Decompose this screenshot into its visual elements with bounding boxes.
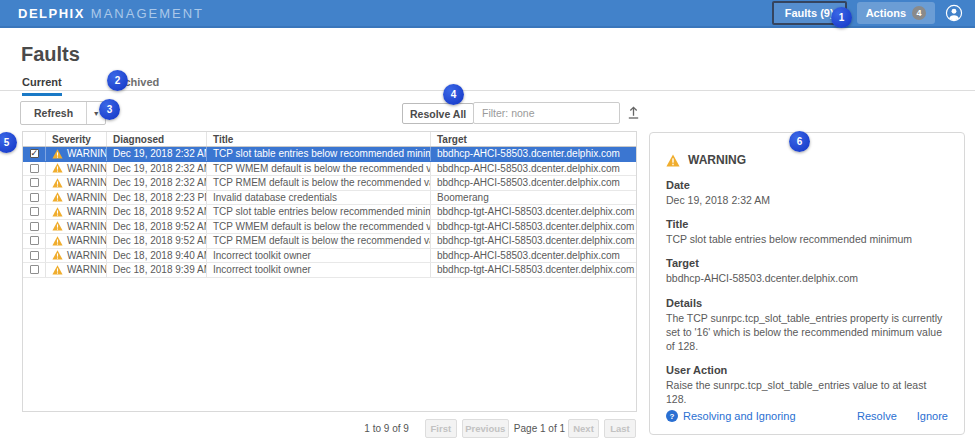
target-cell: bbdhcp-AHCI-58503.dcenter.delphix.com [431, 147, 636, 161]
row-checkbox[interactable] [30, 149, 39, 158]
tab-current[interactable]: Current [22, 76, 62, 96]
diagnosed-cell: Dec 18, 2018 9:52 AM [107, 234, 207, 248]
severity-text: WARNING [67, 163, 107, 174]
table-row[interactable]: WARNING Dec 18, 2018 9:39 AM Incorrect t… [23, 263, 636, 278]
row-checkbox[interactable] [30, 164, 39, 173]
target-cell: bbdhcp-AHCI-58503.dcenter.delphix.com [431, 249, 636, 263]
row-checkbox[interactable] [30, 207, 39, 216]
row-checkbox[interactable] [30, 178, 39, 187]
warning-icon [52, 192, 63, 202]
row-checkbox-cell [23, 205, 46, 219]
logo-secondary: MANAGEMENT [91, 6, 204, 21]
row-checkbox[interactable] [30, 193, 39, 202]
header-checkbox-cell [23, 132, 46, 146]
title-cell: Incorrect toolkit owner [207, 249, 431, 263]
diagnosed-cell: Dec 19, 2018 2:32 AM [107, 162, 207, 176]
first-page-button[interactable]: First [425, 419, 457, 438]
severity-text: WARNING [67, 250, 107, 261]
table-row[interactable]: WARNING Dec 18, 2018 9:52 AM TCP WMEM de… [23, 220, 636, 235]
refresh-button[interactable]: Refresh ▼ [20, 101, 106, 125]
severity-cell: WARNING [46, 147, 107, 161]
actions-button[interactable]: Actions 4 [857, 2, 935, 24]
target-cell: Boomerang [431, 191, 636, 205]
footer-actions: Resolve Ignore [857, 410, 948, 422]
header-severity[interactable]: Severity [46, 132, 107, 146]
delphix-faults-screen: DELPHIX MANAGEMENT Faults (9) Actions 4 … [0, 0, 975, 441]
detail-title-section: Title TCP slot table entries below recom… [666, 218, 948, 246]
row-checkbox-cell [23, 191, 46, 205]
row-checkbox-cell [23, 147, 46, 161]
target-label: Target [666, 257, 948, 269]
resolve-link[interactable]: Resolve [857, 410, 897, 422]
title-cell: TCP WMEM default is below the recommende… [207, 162, 431, 176]
severity-cell: WARNING [46, 191, 107, 205]
warning-icon [52, 149, 63, 159]
actions-label: Actions [866, 7, 906, 19]
warning-icon [52, 236, 63, 246]
header-diagnosed[interactable]: Diagnosed [107, 132, 207, 146]
table-row[interactable]: WARNING Dec 19, 2018 2:32 AM TCP slot ta… [23, 147, 636, 162]
details-label: Details [666, 297, 948, 309]
row-checkbox-cell [23, 220, 46, 234]
warning-icon [52, 178, 63, 188]
row-checkbox[interactable] [30, 251, 39, 260]
help-icon: ? [666, 410, 678, 422]
row-checkbox[interactable] [30, 222, 39, 231]
table-row[interactable]: WARNING Dec 19, 2018 2:32 AM TCP RMEM de… [23, 176, 636, 191]
table-header-row: Severity Diagnosed Title Target [23, 132, 636, 147]
warning-icon [52, 221, 63, 231]
detail-details-section: Details The TCP sunrpc.tcp_slot_table_en… [666, 297, 948, 354]
next-page-button[interactable]: Next [568, 419, 599, 438]
severity-text: WARNING [67, 235, 107, 246]
user-profile-icon[interactable] [945, 4, 963, 22]
table-row[interactable]: WARNING Dec 18, 2018 9:52 AM TCP RMEM de… [23, 234, 636, 249]
export-icon[interactable] [626, 104, 641, 120]
date-label: Date [666, 179, 948, 191]
page-indicator: Page 1 of 1 [514, 423, 565, 434]
warning-icon [52, 265, 63, 275]
severity-cell: WARNING [46, 220, 107, 234]
diagnosed-cell: Dec 19, 2018 2:32 AM [107, 147, 207, 161]
target-cell: bbdhcp-AHCI-58503.dcenter.delphix.com [431, 176, 636, 190]
resolve-all-button[interactable]: Resolve All [402, 103, 474, 124]
target-cell: bbdhcp-tgt-AHCI-58503.dcenter.delphix.co… [431, 234, 636, 248]
topbar-right: Faults (9) Actions 4 [772, 1, 963, 25]
diagnosed-cell: Dec 18, 2018 2:23 PM [107, 191, 207, 205]
row-checkbox[interactable] [30, 265, 39, 274]
actions-count-badge: 4 [912, 6, 926, 20]
ignore-link[interactable]: Ignore [917, 410, 948, 422]
title-cell: TCP WMEM default is below the recommende… [207, 220, 431, 234]
title-cell: Invalid database credentials [207, 191, 431, 205]
severity-cell: WARNING [46, 234, 107, 248]
severity-text: WARNING [67, 206, 107, 217]
table-row[interactable]: WARNING Dec 18, 2018 2:23 PM Invalid dat… [23, 191, 636, 206]
warning-icon [52, 207, 63, 217]
resolving-and-ignoring-link[interactable]: ? Resolving and Ignoring [666, 410, 796, 422]
severity-cell: WARNING [46, 176, 107, 190]
target-cell: bbdhcp-tgt-AHCI-58503.dcenter.delphix.co… [431, 205, 636, 219]
date-value: Dec 19, 2018 2:32 AM [666, 193, 948, 207]
callout-5: 5 [0, 132, 17, 153]
detail-footer: ? Resolving and Ignoring Resolve Ignore [666, 410, 948, 422]
table-row[interactable]: WARNING Dec 18, 2018 9:40 AM Incorrect t… [23, 249, 636, 264]
target-value: bbdhcp-AHCI-58503.dcenter.delphix.com [666, 271, 948, 285]
detail-header: WARNING [666, 153, 948, 167]
user-action-label: User Action [666, 364, 948, 376]
severity-text: WARNING [67, 192, 107, 203]
diagnosed-cell: Dec 19, 2018 2:32 AM [107, 176, 207, 190]
row-checkbox[interactable] [30, 236, 39, 245]
filter-input[interactable] [473, 102, 620, 124]
detail-target-section: Target bbdhcp-AHCI-58503.dcenter.delphix… [666, 257, 948, 285]
previous-page-button[interactable]: Previous [462, 419, 509, 438]
detail-date-section: Date Dec 19, 2018 2:32 AM [666, 179, 948, 207]
row-checkbox-cell [23, 176, 46, 190]
header-target[interactable]: Target [431, 132, 636, 146]
header-title[interactable]: Title [207, 132, 431, 146]
last-page-button[interactable]: Last [604, 419, 636, 438]
top-navigation-bar: DELPHIX MANAGEMENT Faults (9) Actions 4 [0, 0, 975, 28]
table-row[interactable]: WARNING Dec 18, 2018 9:52 AM TCP slot ta… [23, 205, 636, 220]
title-cell: Incorrect toolkit owner [207, 263, 431, 277]
table-row[interactable]: WARNING Dec 19, 2018 2:32 AM TCP WMEM de… [23, 162, 636, 177]
refresh-label: Refresh [21, 102, 86, 124]
fault-detail-panel: WARNING Date Dec 19, 2018 2:32 AM Title … [649, 132, 965, 435]
